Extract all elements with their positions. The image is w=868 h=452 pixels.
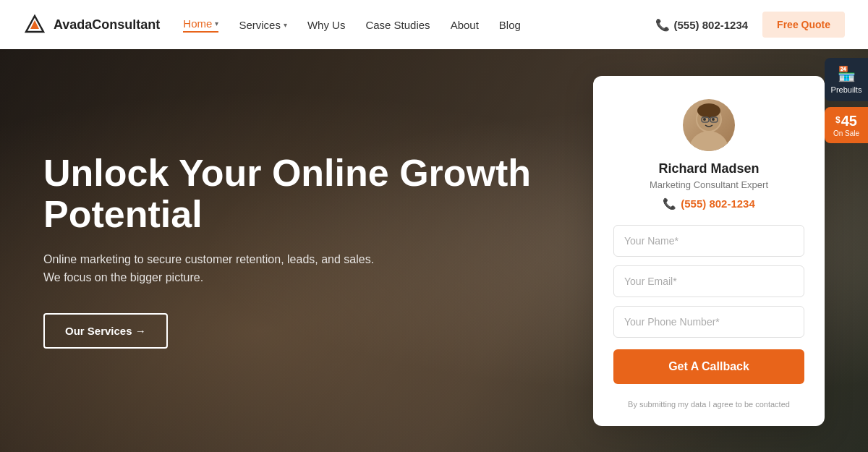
svg-point-6 <box>703 118 706 121</box>
hero-content: Unlock Your Online Growth Potential Onli… <box>43 153 550 349</box>
nav-about[interactable]: About <box>451 19 479 31</box>
nav-phone[interactable]: 📞 (555) 802-1234 <box>655 18 749 32</box>
name-input[interactable] <box>613 225 804 257</box>
home-chevron-icon: ▾ <box>215 20 218 27</box>
form-fields: Get A Callback By submitting my data I a… <box>613 225 804 409</box>
sale-badge[interactable]: $ 45 On Sale <box>825 107 868 143</box>
avatar-image <box>683 99 735 151</box>
nav-why-us[interactable]: Why Us <box>307 19 346 31</box>
navbar: AvadaConsultant Home ▾ Services ▾ Why Us… <box>0 0 868 49</box>
prebuilts-label: Prebuilts <box>829 85 864 94</box>
svg-point-2 <box>689 131 729 151</box>
prebuilts-icon: 🏪 <box>829 65 864 82</box>
get-callback-button[interactable]: Get A Callback <box>613 349 804 384</box>
logo-icon <box>23 13 46 36</box>
hero-subtitle: Online marketing to secure customer rete… <box>43 250 376 287</box>
nav-links: Home ▾ Services ▾ Why Us Case Studies Ab… <box>183 17 655 33</box>
nav-case-studies[interactable]: Case Studies <box>365 19 430 31</box>
sale-price: $ 45 <box>829 113 864 129</box>
consultant-avatar <box>683 99 735 151</box>
logo-area[interactable]: AvadaConsultant <box>23 13 160 36</box>
phone-input[interactable] <box>613 306 804 338</box>
our-services-button[interactable]: Our Services → <box>43 313 168 349</box>
phone-icon: 📞 <box>655 18 670 32</box>
consultant-title: Marketing Consultant Expert <box>650 179 768 190</box>
services-chevron-icon: ▾ <box>284 21 287 29</box>
nav-right: 📞 (555) 802-1234 Free Quote <box>655 12 845 38</box>
hero-section: Unlock Your Online Growth Potential Onli… <box>0 49 868 452</box>
contact-form-card: Richard Madsen Marketing Consultant Expe… <box>593 76 825 426</box>
hero-title: Unlock Your Online Growth Potential <box>43 153 550 235</box>
brand-name: AvadaConsultant <box>54 17 160 33</box>
nav-services[interactable]: Services ▾ <box>239 19 287 31</box>
nav-home[interactable]: Home ▾ <box>183 17 218 33</box>
consultant-name: Richard Madsen <box>658 161 759 176</box>
svg-point-7 <box>712 118 715 121</box>
prebuilts-badge[interactable]: 🏪 Prebuilts <box>825 58 868 101</box>
nav-blog[interactable]: Blog <box>499 19 521 31</box>
consultant-phone: 📞 (555) 802-1234 <box>663 197 755 210</box>
sale-label: On Sale <box>829 129 864 137</box>
svg-point-5 <box>697 103 720 118</box>
form-disclaimer: By submitting my data I agree to be cont… <box>613 400 804 409</box>
free-quote-button[interactable]: Free Quote <box>762 12 845 38</box>
email-input[interactable] <box>613 265 804 297</box>
phone-icon-form: 📞 <box>663 197 676 210</box>
